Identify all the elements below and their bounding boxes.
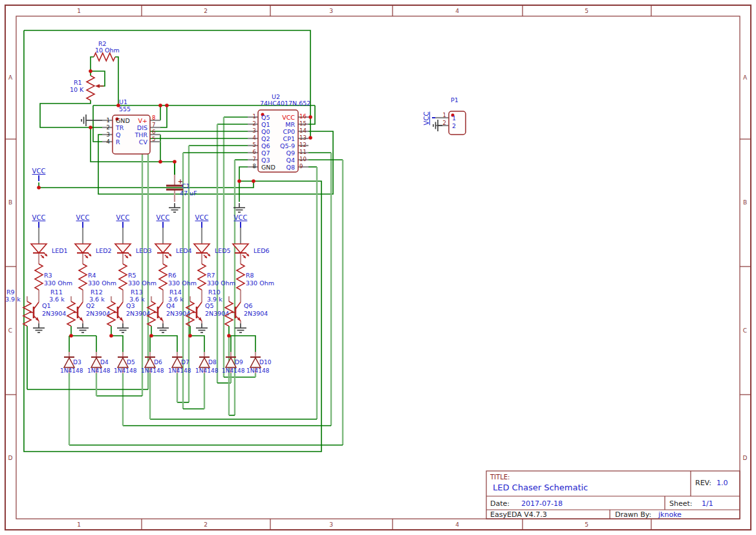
resistor-R8[interactable]: R8330 Ohm [237,264,274,290]
svg-text:CP1: CP1 [283,135,295,142]
vcc-symbol[interactable]: VCC [76,214,90,228]
svg-text:14: 14 [299,127,307,134]
svg-text:1N4148: 1N4148 [195,367,219,374]
schematic-title[interactable]: LED Chaser Schematic [493,483,588,492]
resistor-R9[interactable]: R93.9 k [5,289,31,326]
connector-P1[interactable]: P11122VCC [423,96,466,135]
wires[interactable] [24,30,449,452]
wire[interactable] [160,105,167,127]
sheet-value[interactable]: 1/1 [702,499,713,508]
resistor-R11[interactable]: R113.6 k [49,289,75,326]
potentiometer-R1[interactable]: R110 K [70,76,103,100]
wire[interactable] [111,336,123,355]
title-block: TITLE: LED Chaser Schematic REV: 1.0 Dat… [486,471,740,519]
svg-text:1N4148: 1N4148 [60,367,83,374]
column-label: 1 [77,8,81,14]
rev-value[interactable]: 1.0 [717,479,728,487]
capacitor-C1[interactable]: +C147 uF [166,178,197,212]
led-LED5[interactable]: LED5 [194,244,231,258]
diode-D6[interactable]: D61N4148 [141,357,164,374]
column-label: 2 [204,8,208,14]
svg-text:CV: CV [139,138,148,146]
diode-D7[interactable]: D71N4148 [168,357,191,374]
diode-D3[interactable]: D31N4148 [60,357,83,374]
transistor-Q1[interactable]: Q12N3904 [30,302,66,321]
svg-text:3.6 k: 3.6 k [168,296,184,303]
diode-D5[interactable]: D51N4148 [114,357,137,374]
wire[interactable] [308,105,315,124]
svg-text:4: 4 [253,135,256,141]
ground-symbol[interactable] [196,323,208,333]
svg-text:1N4148: 1N4148 [222,367,245,374]
wire[interactable] [39,181,254,188]
row-label: A [743,74,748,81]
ground-symbol[interactable] [235,323,246,333]
diode-D10[interactable]: D101N4148 [246,357,272,374]
junction-dot [308,136,312,140]
junction-dot [116,104,120,107]
svg-text:3.9 k: 3.9 k [5,296,21,303]
svg-text:8: 8 [253,163,256,169]
wire[interactable] [229,336,255,355]
svg-text:D9: D9 [235,359,243,366]
ground-symbol[interactable] [81,115,91,126]
date-value[interactable]: 2017-07-18 [521,499,563,508]
led-LED1[interactable]: LED1 [31,244,68,258]
resistor-R3[interactable]: R3330 Ohm [35,264,72,290]
resistor-R6[interactable]: R6330 Ohm [159,264,197,290]
date-label: Date: [490,499,510,508]
junction-dot [308,115,312,119]
ground-symbol[interactable] [33,323,45,333]
svg-text:Q2: Q2 [86,302,95,309]
wire[interactable] [93,105,102,142]
wire[interactable] [239,167,248,181]
diode-D9[interactable]: D91N4148 [222,357,245,374]
transistor-Q2[interactable]: Q22N3904 [74,302,110,321]
vcc-symbol[interactable]: VCC [234,214,248,228]
transistor-Q6[interactable]: Q62N3904 [232,302,268,321]
diode-D8[interactable]: D81N4148 [195,357,219,374]
led-LED4[interactable]: LED4 [155,244,192,258]
ground-symbol[interactable] [169,203,180,212]
svg-text:Q: Q [116,131,120,138]
column-label: 1 [77,521,81,528]
svg-text:9: 9 [299,163,303,169]
vcc-symbol[interactable]: VCC [195,214,209,228]
led-LED6[interactable]: LED6 [233,244,270,258]
column-label: 2 [204,521,208,528]
svg-text:R13: R13 [131,289,143,296]
svg-text:Q3: Q3 [126,302,135,309]
ground-symbol[interactable] [433,120,442,131]
led-LED2[interactable]: LED2 [75,244,112,258]
svg-text:R5: R5 [128,272,136,279]
wire[interactable] [150,336,177,355]
ground-symbol[interactable] [157,323,169,333]
vcc-symbol[interactable]: VCC [32,214,46,228]
transistor-Q4[interactable]: Q42N3904 [154,302,190,321]
vcc-symbol[interactable]: VCC [423,112,435,126]
ground-symbol[interactable] [77,323,89,333]
ground-symbol[interactable] [117,323,129,333]
drawn-by-value[interactable]: jknoke [658,510,682,519]
diode-D4[interactable]: D41N4148 [87,357,111,374]
svg-text:R14: R14 [169,289,182,296]
svg-text:THR: THR [134,131,147,138]
resistor-R2[interactable]: R210 Ohm [94,40,120,61]
junction-dot [37,186,41,190]
svg-text:3: 3 [253,127,256,134]
row-label: D [743,455,748,461]
vcc-symbol[interactable]: VCC [32,168,46,181]
resistor-R5[interactable]: R5330 Ohm [119,264,157,290]
transistor-Q3[interactable]: Q32N3904 [114,302,150,321]
vcc-symbol[interactable]: VCC [116,214,130,228]
schematic-sheet[interactable]: 1122334455AABBCCDD TITLE: LED Chaser Sch… [0,0,756,535]
vcc-symbol[interactable]: VCC [157,214,170,228]
resistor-R4[interactable]: R4330 Ohm [79,264,116,290]
svg-text:2: 2 [253,120,256,127]
wire[interactable] [190,336,204,355]
junction-dot [188,334,192,338]
led-LED3[interactable]: LED3 [115,244,152,258]
wire[interactable] [115,57,118,105]
junction-dot [173,160,177,164]
svg-text:VCC: VCC [423,112,430,126]
